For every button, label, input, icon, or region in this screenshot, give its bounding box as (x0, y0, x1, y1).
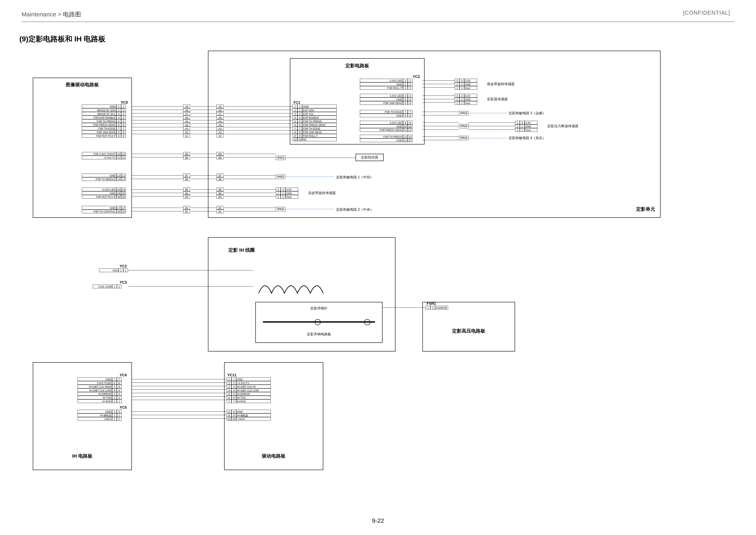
rearbelt-label: 后皮带旋转传感器 (308, 191, 336, 195)
pin-row: A1 (217, 134, 224, 138)
pin-row: 3.3V2 FUSE66 (78, 381, 122, 385)
pin-row: B7 (183, 174, 190, 178)
pin-row: 1010+24V4 (227, 417, 271, 421)
pin-row: 333.3V (455, 94, 477, 98)
pin-row: 3.3V2 LED11 (360, 79, 413, 83)
pin-row: GND22 (360, 82, 413, 86)
pin-row: 11Vout (276, 195, 298, 199)
pin-row: 33IH IGBT CLK HI (227, 385, 271, 389)
press-release-pins: 333.3V22GND11Vout (515, 121, 537, 132)
wire-therm2 (285, 209, 335, 209)
page-number: 9-22 (372, 517, 384, 524)
pin-row: FSR TH PRESS55 (82, 119, 126, 123)
pin-row: +24V211 (78, 417, 122, 421)
pin-row: A2 (183, 130, 190, 134)
pin-row: B6 (217, 177, 224, 181)
pin-row: B1 (217, 210, 224, 213)
coil-icon (256, 280, 325, 296)
pin-row: GND1313 (360, 138, 413, 142)
breadcrumb-sep: > (58, 11, 63, 18)
pin-row: 22EXP SDA (293, 108, 337, 112)
ih-electrode-label: 定影塔电针 (256, 306, 383, 311)
thermostat-label: 定影恒控器 (356, 155, 384, 160)
press-release-label: 定影压力释放传感器 (547, 124, 579, 128)
pin-row: 3.3V2 LED44 (360, 94, 413, 98)
yc4-stack: GND773.3V2 FUSE66IH IGBT CLK HIGH55IH IG… (78, 378, 122, 403)
sensor-fsr-pins: 333.3V22GND11Vout (455, 94, 477, 105)
midpins-e-left: B2B1 (183, 206, 190, 213)
midpins-b-left: B9B8 (183, 152, 190, 159)
yc9-block-d: +3.3V2 LED1414GND1515FSR ROT PLS R1616 (82, 187, 126, 199)
conn-yc5-label: YC5 (120, 406, 127, 410)
pin-row: FSR TH PRESS1212 (360, 135, 413, 139)
pin-row: GND11 (82, 104, 126, 108)
yc2-b: 3.3V2 LED44GND55FSR JAM SENS66 (360, 94, 413, 105)
pin-row: A7 (217, 112, 224, 116)
pin-row: +3.3V2 LED1414 (82, 187, 126, 191)
pin-row: 66FSR PRESS SENS (293, 123, 337, 127)
pin-row: A6 (183, 116, 190, 120)
pin-row: 1010NC (293, 138, 337, 141)
pin-row: IH TXD22 (78, 396, 122, 400)
pin-row: B8 (183, 156, 190, 159)
midpins-c-right: B7B6 (217, 174, 224, 181)
pin-row: FSR TH CENTRAL1818 (82, 210, 126, 213)
ih-board-label: IH 电路板 (33, 453, 132, 459)
yc1-stack: 11GND22EXP SDA33EXP SCL44EXP ENABLE55FSR… (293, 104, 337, 141)
pin-row: 22GND (276, 191, 298, 195)
pin-row: GND1212 (82, 174, 126, 178)
pin-row: B2 (183, 206, 190, 210)
figure-title: (9)定影电路板和 IH 电路板 (19, 34, 106, 44)
pin-row: FSR ROLL F33 (360, 86, 413, 90)
yc2-c: FSR TH EDGE77GND88 (360, 110, 413, 117)
ih-pad-1 (315, 319, 321, 325)
yc11b-stack: 88GND99IH 继电器1010+24V4 (227, 410, 271, 421)
yc5-stack: GND33IH 继电器22+24V211 (78, 410, 122, 421)
pin-row: VSS11 (99, 268, 128, 272)
pin-row: A9 (217, 104, 224, 108)
fsr1-pins: 11CHARGE (426, 306, 448, 309)
pin-row: B3 (217, 195, 224, 199)
pin-row: A2 (217, 130, 224, 134)
pin-row: B5 (183, 187, 190, 191)
wire-fsr1 (383, 307, 426, 308)
pin-row: COIL COM11 (93, 285, 122, 289)
pin-row: 333.3V (455, 79, 477, 83)
pin-row: 11GND (227, 378, 271, 381)
midpins-d-right: B5B4B3 (217, 187, 224, 199)
pin-row: 22GND (455, 82, 477, 86)
pin-row: 11CHARGE (426, 306, 448, 310)
pin-row: B4 (183, 191, 190, 195)
pin-row: GND1717 (82, 206, 126, 210)
pin-row: GND33 (78, 410, 122, 413)
pin-row: B4 (217, 191, 224, 195)
pin-row: B3 (183, 195, 190, 199)
pin-row: GND1010 (360, 125, 413, 128)
midpins-c-left: B7B6 (183, 174, 190, 181)
header-divider (21, 21, 735, 22)
pin-row: B1 (183, 210, 190, 213)
yc9-block-a: GND11IMAGE IIC SDA22IMAGE IIC SCL33FSR E… (82, 104, 126, 138)
pin-row: GND55 (360, 98, 413, 101)
pin-row: FSR ROT PLS F99 (82, 134, 126, 138)
midpins-b-right: B9B8 (217, 152, 224, 159)
fuser-unit-label: 定影单元 (612, 206, 655, 212)
relay-th3: 继电器 (459, 111, 469, 115)
ih-pad-2 (364, 319, 370, 325)
pin-row: 44EXP ENABLE (293, 116, 337, 120)
pin-row: A8 (217, 108, 224, 112)
pin-row: FSR PRESS SENS66 (82, 123, 126, 127)
rearbelt-pins: 333.3V22GND11Vout (276, 187, 298, 199)
pin-row: FSR ROT PLS R1616 (82, 195, 126, 199)
pin-row: FSR JAM SENS66 (360, 101, 413, 105)
pin-row: FSR JAM SENS88 (82, 130, 126, 134)
pin-row: 99FSR ROLL F (293, 134, 337, 138)
pin-row: A3 (217, 127, 224, 130)
pin-row: 33EXP SCL (293, 112, 337, 116)
pin-row: FSR PRESS SENS1111 (360, 128, 413, 132)
conn-yc9-label: YC9 (121, 100, 128, 105)
pin-row: A6 (217, 116, 224, 120)
pin-row: 22GND (515, 125, 537, 128)
pin-row: B6 (183, 177, 190, 181)
fuser-pcb-label: 定影电路板 (290, 63, 424, 69)
